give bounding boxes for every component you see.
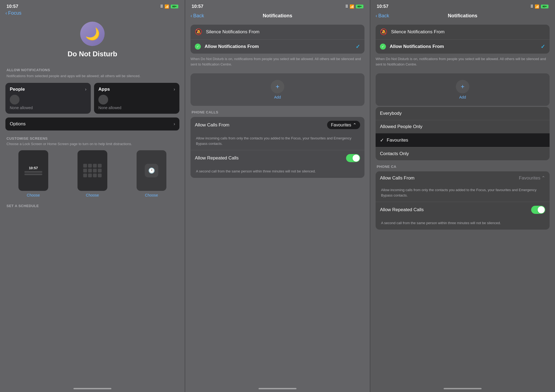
customise-title: CUSTOMISE SCREENS xyxy=(7,136,178,141)
set-schedule-label: SET A SCHEDULE xyxy=(0,204,185,208)
apps-avatar-icon xyxy=(98,95,108,104)
people-tile[interactable]: People › None allowed xyxy=(5,83,91,114)
nav-title-panel2: Notifications xyxy=(263,13,292,19)
status-icons-panel3: ⠿ 📶 83+ xyxy=(530,4,548,9)
preview-dot xyxy=(93,164,97,168)
apps-tile-header: Apps › xyxy=(98,87,175,92)
battery-icon: 83+ xyxy=(171,5,178,8)
tiles-row: People › None allowed Apps › None allowe… xyxy=(0,83,185,114)
phone-calls-heading-p3: PHONE CA xyxy=(370,160,555,170)
allow-check-icon-p3: ✓ xyxy=(541,43,545,50)
customise-section: CUSTOMISE SCREENS Choose a Lock Screen o… xyxy=(0,136,185,150)
nav-bar-panel2: ‹ Back Notifications xyxy=(185,11,370,22)
preview-dots-grid xyxy=(83,164,102,177)
back-button-panel3[interactable]: ‹ Back xyxy=(376,13,389,19)
repeated-calls-toggle-p3[interactable] xyxy=(531,206,545,214)
dropdown-item-allowed-people[interactable]: Allowed People Only xyxy=(376,120,550,133)
repeated-calls-description: A second call from the same person withi… xyxy=(191,166,364,178)
time-panel3: 10:57 xyxy=(377,4,388,9)
calls-value-chevron-icon: ⌃ xyxy=(541,175,545,181)
widget-screen-preview: 🕐 xyxy=(137,150,166,191)
repeated-calls-toggle[interactable] xyxy=(346,154,360,162)
back-chevron-icon-p3: ‹ xyxy=(376,13,377,19)
panel-notifications: 10:57 ⠿ 📶 83+ ‹ Back Notifications 🔕 Sil… xyxy=(185,0,370,392)
nav-title-panel3: Notifications xyxy=(448,13,477,19)
apps-tile[interactable]: Apps › None allowed xyxy=(94,83,179,114)
calls-section: Allow Calls From Favourites ⌃ Allow inco… xyxy=(191,117,364,178)
wifi-icon: 📶 xyxy=(164,4,169,9)
lock-screen-label: Choose xyxy=(27,193,40,197)
signal-icon: ⠿ xyxy=(160,4,163,9)
silence-label: Silence Notifications From xyxy=(206,29,360,35)
allow-calls-description: Allow incoming calls from only the conta… xyxy=(191,133,364,150)
signal-icon-p2: ⠿ xyxy=(345,4,348,9)
nav-bar-panel3: ‹ Back Notifications xyxy=(370,11,555,22)
options-label: Options xyxy=(10,121,26,127)
add-person-circle-icon: + xyxy=(271,80,284,93)
home-screen-card[interactable]: Choose xyxy=(64,150,120,197)
dnd-icon-area: 🌙 Do Not Disturb xyxy=(0,16,185,63)
lock-screen-preview: 10:57 xyxy=(18,150,48,191)
dropdown-item-everybody[interactable]: Everybody xyxy=(376,107,550,120)
notification-description-p3: When Do Not Disturb is on, notifications… xyxy=(370,54,555,71)
wifi-icon-p2: 📶 xyxy=(350,4,354,9)
dnd-title: Do Not Disturb xyxy=(67,50,117,58)
preview-bar xyxy=(24,171,42,173)
widget-screen-card[interactable]: 🕐 Choose xyxy=(124,150,179,197)
options-row[interactable]: Options › xyxy=(5,117,179,130)
people-tile-title: People xyxy=(10,87,25,92)
back-button-panel1[interactable]: ‹ Focus xyxy=(5,10,21,16)
calls-dropdown[interactable]: Favourites ⌃ xyxy=(327,121,360,129)
silence-notifications-option[interactable]: 🔕 Silence Notifications From xyxy=(191,25,364,39)
status-icons-panel2: ⠿ 📶 83+ xyxy=(345,4,363,9)
allow-calls-description-p3: Allow incoming calls from only the conta… xyxy=(376,185,550,202)
home-indicator xyxy=(73,388,111,389)
people-tile-chevron-icon: › xyxy=(85,87,86,92)
add-person-circle-icon-p3: + xyxy=(456,80,469,93)
preview-dot xyxy=(83,174,87,177)
preview-bar xyxy=(24,174,42,175)
back-button-panel2[interactable]: ‹ Back xyxy=(191,13,204,19)
home-indicator-p2 xyxy=(259,388,296,389)
people-add-section-p3[interactable]: + Add xyxy=(376,73,550,106)
preview-dot xyxy=(98,164,102,168)
allow-notifications-option-p3[interactable]: ✓ Allow Notifications From ✓ xyxy=(376,39,550,54)
dropdown-item-favourites-label: Favourites xyxy=(387,138,545,143)
battery-icon-p2: 83+ xyxy=(356,5,363,8)
dropdown-item-favourites[interactable]: ✓ Favourites xyxy=(376,133,550,147)
people-add-section[interactable]: + Add xyxy=(191,73,364,106)
lock-screen-card[interactable]: 10:57 Choose xyxy=(5,150,61,197)
repeated-calls-description-p3: A second call from the same person withi… xyxy=(376,218,550,230)
apps-tile-subtitle: None allowed xyxy=(98,106,175,110)
allow-check-icon: ✓ xyxy=(356,43,360,50)
signal-icon-p3: ⠿ xyxy=(530,4,533,9)
allow-calls-label-p3: Allow Calls From xyxy=(380,175,415,181)
silence-notifications-option-p3[interactable]: 🔕 Silence Notifications From xyxy=(376,25,550,39)
allow-repeated-calls-label: Allow Repeated Calls xyxy=(195,155,239,161)
preview-dot xyxy=(83,164,87,168)
nav-bar-panel1: ‹ Focus xyxy=(0,11,185,16)
home-screen-label: Choose xyxy=(86,193,99,197)
dropdown-item-contacts-only[interactable]: Contacts Only xyxy=(376,147,550,160)
preview-dot xyxy=(83,169,87,172)
status-icons-panel1: ⠿ 📶 83+ xyxy=(160,4,178,9)
people-tile-subtitle: None allowed xyxy=(10,106,86,110)
calls-value-p3[interactable]: Favourites ⌃ xyxy=(519,175,545,181)
add-label-p3: Add xyxy=(459,95,466,99)
allow-calls-row[interactable]: Allow Calls From Favourites ⌃ xyxy=(191,117,364,133)
phone-calls-heading: PHONE CALLS xyxy=(185,106,370,116)
allow-notifications-option[interactable]: ✓ Allow Notifications From ✓ xyxy=(191,39,364,54)
calls-section-p3: Allow Calls From Favourites ⌃ Allow inco… xyxy=(376,171,550,230)
people-tile-header: People › xyxy=(10,87,86,92)
screens-row: 10:57 Choose xyxy=(0,150,185,197)
home-indicator-p3 xyxy=(444,388,482,389)
panel-do-not-disturb: 10:57 ⠿ 📶 83+ ‹ Focus 🌙 Do Not Disturb A… xyxy=(0,0,185,392)
allow-calls-row-p3[interactable]: Allow Calls From Favourites ⌃ xyxy=(376,171,550,185)
allow-repeated-calls-row-p3: Allow Repeated Calls xyxy=(376,202,550,218)
time-panel1: 10:57 xyxy=(7,4,18,9)
preview-dot xyxy=(88,169,92,172)
back-label-panel2: Back xyxy=(193,13,204,19)
dropdown-item-everybody-label: Everybody xyxy=(380,111,545,116)
calls-dropdown-menu[interactable]: Everybody Allowed People Only ✓ Favourit… xyxy=(376,107,550,160)
back-chevron-icon-p2: ‹ xyxy=(191,13,192,19)
